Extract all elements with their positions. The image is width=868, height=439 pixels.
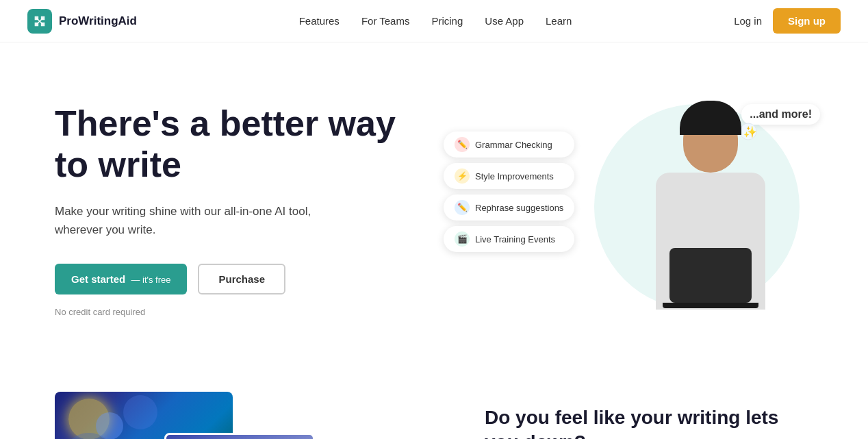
grammar-icon: ✏️ [455, 137, 470, 152]
grammar-label: Grammar Checking [475, 140, 552, 150]
nav-pricing[interactable]: Pricing [431, 15, 463, 27]
second-section: My idea in my head Do you feel like your… [0, 364, 868, 439]
feature-card-grammar: ✏️ Grammar Checking [444, 131, 574, 158]
feature-card-rephrase: ✏️ Rephrase suggestions [444, 195, 574, 221]
section-heading: Do you feel like your writing lets you d… [485, 405, 813, 439]
hero-buttons: Get started — it's free Purchase [55, 264, 424, 294]
feature-card-style: ⚡ Style Improvements [444, 163, 574, 189]
training-icon: 🎬 [455, 231, 470, 247]
person-head [683, 111, 738, 173]
brand-name: ProWritingAid [59, 14, 137, 28]
painting-overlay [164, 433, 315, 439]
hero-subtitle: Make your writing shine with our all-in-… [55, 202, 349, 239]
rephrase-icon: ✏️ [455, 200, 470, 215]
login-button[interactable]: Log in [734, 15, 762, 27]
hero-illustration: ...and more! ✨ ✏️ Grammar Checking ⚡ Sty… [471, 84, 813, 337]
hero-section: There's a better way to write Make your … [0, 42, 868, 364]
logo-area[interactable]: ProWritingAid [27, 9, 137, 34]
person-laptop [669, 248, 752, 303]
person-body [656, 173, 765, 310]
nav-features[interactable]: Features [299, 15, 340, 27]
hero-person [628, 111, 793, 344]
logo-icon [27, 9, 52, 34]
hero-left: There's a better way to write Make your … [55, 103, 424, 317]
training-label: Live Training Events [475, 234, 555, 244]
feature-cards: ✏️ Grammar Checking ⚡ Style Improvements… [444, 131, 574, 252]
style-label: Style Improvements [475, 171, 554, 181]
nav-use-app[interactable]: Use App [485, 15, 524, 27]
feature-card-training: 🎬 Live Training Events [444, 226, 574, 252]
style-icon: ⚡ [455, 168, 470, 184]
signup-button[interactable]: Sign up [773, 8, 841, 34]
hero-title: There's a better way to write [55, 103, 424, 186]
nav-learn[interactable]: Learn [546, 15, 572, 27]
nav-right: Log in Sign up [734, 8, 841, 34]
painting-area: My idea in my head [55, 392, 342, 439]
purchase-button[interactable]: Purchase [198, 264, 285, 294]
painting-main [55, 392, 233, 439]
rephrase-label: Rephrase suggestions [475, 203, 563, 213]
get-started-button[interactable]: Get started — it's free [55, 264, 187, 294]
no-credit-card-text: No credit card required [55, 307, 424, 317]
nav-links: Features For Teams Pricing Use App Learn [299, 15, 572, 27]
second-right: Do you feel like your writing lets you d… [485, 392, 813, 439]
nav-for-teams[interactable]: For Teams [361, 15, 410, 27]
navbar: ProWritingAid Features For Teams Pricing… [0, 0, 868, 42]
